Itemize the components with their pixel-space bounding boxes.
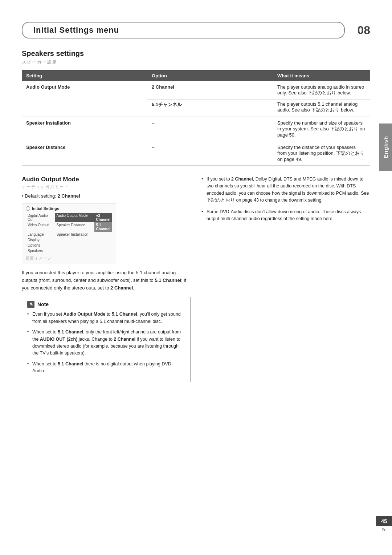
side-tab: English: [379, 123, 392, 171]
page-container: English 45 En Initial Settings menu 08 S…: [0, 0, 392, 555]
note-label: Note: [37, 301, 49, 307]
subtitle-chars: スピーカー設定: [22, 59, 370, 65]
meaning-51channel: The player outputs 5.1 channel analog au…: [273, 100, 370, 117]
note-item-2: When set to 5.1 Channel, only the front …: [27, 329, 185, 357]
option-speaker-installation: –: [147, 117, 273, 141]
screenshot-row: Language Speaker Installation: [26, 232, 112, 237]
option-audio-output-mode: Audio Output Mode: [55, 213, 94, 222]
default-setting: • Default setting: 2 Channel: [22, 193, 191, 199]
option-speaker-installation: Speaker Installation: [55, 232, 94, 237]
page-badge: 45: [376, 516, 392, 526]
audio-output-subtitle-chars: オーディオ出力モード: [22, 184, 191, 190]
page-badge-sub: En: [376, 526, 392, 533]
right-bullet-list: If you set to 2 Channel, Dolby Digital, …: [201, 176, 370, 222]
header-number: 08: [352, 24, 370, 37]
settings-icon: [26, 206, 30, 211]
table-header-option: Option: [147, 70, 273, 81]
page-number: 45: [381, 518, 387, 524]
note-list: Even if you set Audio Output Mode to 5.1…: [27, 311, 185, 374]
note-box: ✎ Note Even if you set Audio Output Mode…: [22, 297, 191, 382]
screenshot-chars: 画面イメージ: [26, 256, 112, 261]
menu-item-3: Language: [26, 232, 55, 237]
header-bar: Initial Settings menu 08: [22, 22, 370, 39]
default-setting-value: 2 Channel: [58, 193, 80, 199]
meaning-speaker-distance: Specify the distance of your speakers fr…: [273, 141, 370, 166]
screenshot-row: Display: [26, 237, 112, 243]
screenshot-row: Digital Audio Out Audio Output Mode ●2 C…: [26, 213, 112, 222]
note-item-1: Even if you set Audio Output Mode to 5.1…: [27, 311, 185, 325]
setting-audio-output-mode: Audio Output Mode: [22, 81, 147, 117]
screenshot-box: Initial Settings Digital Audio Out Audio…: [22, 203, 116, 264]
meaning-speaker-installation: Specify the number and size of speakers …: [273, 117, 370, 141]
value-2channel: ●2 Channel: [94, 213, 112, 222]
screenshot-row: Speakers: [26, 248, 112, 254]
meaning-2channel: The player outputs analog audio in stere…: [273, 81, 370, 100]
menu-item-2: Video Output: [26, 222, 55, 232]
default-setting-label: Default setting:: [25, 193, 56, 199]
table-row: Speaker Distance – Specify the distance …: [22, 141, 370, 166]
page-number-sub: En: [381, 527, 386, 532]
right-bullet-1: If you set to 2 Channel, Dolby Digital, …: [201, 176, 370, 204]
side-tab-label: English: [383, 136, 389, 158]
note-icon: ✎: [27, 301, 34, 308]
table-header-setting: Setting: [22, 70, 147, 81]
menu-item-4: Display: [26, 237, 55, 243]
two-column-layout: Audio Output Mode オーディオ出力モード • Default s…: [22, 176, 370, 387]
menu-item-1: Digital Audio Out: [26, 213, 55, 222]
note-item-3: When set to 5.1 Channel there is no digi…: [27, 361, 185, 375]
screenshot-header: Initial Settings: [26, 206, 112, 211]
note-header: ✎ Note: [27, 301, 185, 308]
table-row: Speaker Installation – Specify the numbe…: [22, 117, 370, 141]
setting-speaker-installation: Speaker Installation: [22, 117, 147, 141]
table-header-meaning: What it means: [273, 70, 370, 81]
section-title: Speakers settings: [22, 49, 370, 58]
right-bullet-2: Some DVD-Audio discs don't allow downmix…: [201, 208, 370, 223]
right-column: If you set to 2 Channel, Dolby Digital, …: [201, 176, 370, 387]
menu-item-6: Speakers: [26, 248, 55, 254]
table-row: Audio Output Mode 2 Channel The player o…: [22, 81, 370, 100]
header-title: Initial Settings menu: [22, 22, 345, 39]
setting-speaker-distance: Speaker Distance: [22, 141, 147, 166]
screenshot-row: Video Output Speaker Distance 5.1 Channe…: [26, 222, 112, 232]
settings-table: Setting Option What it means Audio Outpu…: [22, 70, 370, 166]
left-column: Audio Output Mode オーディオ出力モード • Default s…: [22, 176, 191, 387]
option-2channel: 2 Channel: [147, 81, 273, 100]
option-speaker-distance: Speaker Distance: [55, 222, 94, 232]
option-speaker-distance: –: [147, 141, 273, 166]
value-51channel: 5.1 Channel: [94, 222, 112, 232]
option-51channel: 5.1チャンネル: [147, 100, 273, 117]
menu-item-5: Options: [26, 243, 55, 248]
screenshot-title: Initial Settings: [32, 206, 59, 211]
screenshot-row: Options: [26, 243, 112, 248]
body-text: If you connected this player to your amp…: [22, 269, 191, 292]
audio-output-mode-title: Audio Output Mode: [22, 176, 191, 183]
screenshot-table: Digital Audio Out Audio Output Mode ●2 C…: [26, 213, 112, 254]
